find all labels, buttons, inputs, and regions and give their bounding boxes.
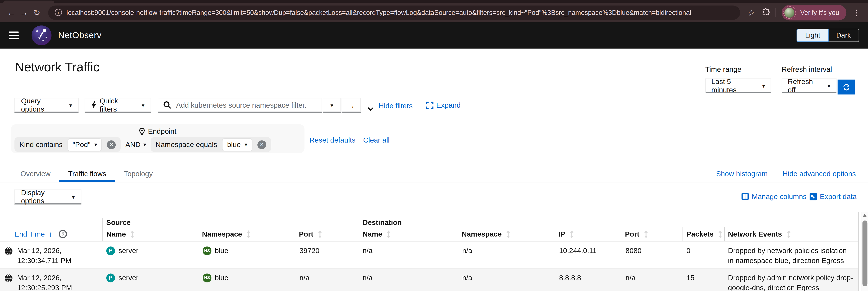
column-header-src-name[interactable]: Name	[102, 227, 199, 241]
refresh-interval-label: Refresh interval	[782, 65, 836, 74]
tab-topology[interactable]: Topology	[115, 166, 162, 182]
sort-icon	[318, 230, 322, 238]
table-row[interactable]: Mar 12, 2026, 12:30:34.711 PM P server N…	[0, 242, 858, 268]
browser-active-tab[interactable]	[3, 1, 54, 3]
column-label: IP	[559, 230, 565, 238]
sort-ascending-icon: ↑	[49, 230, 52, 238]
flow-time: 12:30:25.293 PM	[17, 284, 72, 291]
column-label: Namespace	[202, 230, 242, 238]
refresh-interval-field: Refresh interval Refresh off ▾	[782, 65, 836, 94]
column-header-network-events[interactable]: Network Events	[724, 227, 859, 241]
manage-columns-link[interactable]: Manage columns	[741, 192, 807, 201]
show-histogram-link[interactable]: Show histogram	[716, 170, 768, 178]
chevron-down-icon: ▾	[142, 102, 145, 108]
address-bar[interactable]: i localhost:9001/console-netflow-traffic…	[48, 5, 740, 20]
hamburger-menu-icon[interactable]	[9, 31, 19, 39]
column-header-src-port[interactable]: Port	[296, 227, 359, 241]
advanced-options-link[interactable]: Hide advanced options	[783, 170, 856, 178]
toolbar-divider	[775, 8, 776, 17]
page-title: Network Traffic	[15, 60, 99, 75]
remove-filter-icon[interactable]: ×	[107, 140, 116, 149]
quick-filters-toggle[interactable]: Quick filters ▾	[85, 98, 151, 113]
chevron-down-icon: ▾	[69, 102, 72, 108]
chevron-down-icon: ▾	[762, 82, 765, 89]
screen: ← → ↻ i localhost:9001/console-netflow-t…	[0, 0, 868, 291]
hide-filters-link[interactable]: Hide filters	[379, 102, 413, 110]
filter-value-dropdown-button[interactable]: ▾	[323, 98, 341, 113]
filter-chip-label: Kind contains	[20, 140, 63, 149]
scrollbar-up-arrow-icon[interactable]	[863, 214, 867, 217]
tab-overview[interactable]: Overview	[12, 166, 59, 182]
vertical-scrollbar	[861, 212, 868, 291]
display-options-label: Display options	[21, 188, 65, 205]
filter-search-input[interactable]	[175, 100, 317, 110]
site-info-icon[interactable]: i	[55, 9, 62, 16]
column-header-dst-ip[interactable]: IP	[555, 227, 622, 241]
chevron-down-icon: ▾	[245, 142, 247, 148]
clear-all-link[interactable]: Clear all	[363, 136, 390, 144]
query-options-toggle[interactable]: Query options ▾	[14, 98, 79, 113]
dst-namespace-cell: n/a	[458, 242, 555, 268]
column-header-dst-port[interactable]: Port	[622, 227, 683, 241]
pod-badge-icon: P	[106, 274, 115, 282]
time-range-value: Last 5 minutes	[711, 77, 757, 94]
export-icon	[809, 192, 817, 200]
chevron-down-icon: ▾	[331, 102, 333, 108]
view-tabs: Overview Traffic flows Topology	[12, 166, 162, 182]
tab-traffic-flows[interactable]: Traffic flows	[59, 166, 115, 182]
reset-defaults-link[interactable]: Reset defaults	[309, 136, 355, 144]
search-icon	[163, 101, 171, 109]
table-row[interactable]: Mar 12, 2026, 12:30:25.293 PM P server N…	[0, 268, 858, 291]
column-header-end-time[interactable]: End Time ↑ ?	[0, 227, 102, 241]
column-header-packets[interactable]: Packets	[683, 227, 724, 241]
refresh-interval-select[interactable]: Refresh off ▾	[782, 78, 836, 94]
group-header-source: Source	[102, 218, 359, 227]
profile-button[interactable]: Verify it's you	[781, 5, 846, 20]
filter-chip-value-select[interactable]: blue ▾	[223, 139, 252, 151]
filter-chip-value-select[interactable]: "Pod" ▾	[68, 139, 101, 151]
export-data-link[interactable]: Export data	[809, 192, 857, 201]
forward-icon[interactable]: →	[18, 8, 30, 17]
bookmark-star-icon[interactable]: ☆	[745, 7, 758, 17]
query-options-label: Query options	[21, 97, 64, 113]
apply-filter-button[interactable]: →	[342, 98, 361, 113]
arrow-right-icon: →	[347, 100, 355, 110]
columns-icon	[741, 193, 749, 200]
src-namespace: blue	[215, 273, 228, 283]
extensions-icon[interactable]	[762, 8, 770, 17]
dst-name-cell: n/a	[359, 268, 458, 291]
view-tabs-row: Overview Traffic flows Topology Show his…	[0, 166, 868, 182]
column-header-src-namespace[interactable]: Namespace	[199, 227, 296, 241]
column-header-dst-namespace[interactable]: Namespace	[458, 227, 555, 241]
reload-icon[interactable]: ↻	[30, 7, 43, 17]
refresh-now-button[interactable]	[838, 79, 855, 95]
filter-search-box	[158, 98, 322, 113]
sort-icon	[130, 230, 135, 238]
column-label: Name	[363, 230, 382, 238]
brand-title: NetObserv	[58, 30, 101, 40]
help-icon[interactable]: ?	[59, 230, 67, 238]
dst-name-cell: n/a	[359, 242, 458, 268]
profile-label: Verify it's you	[800, 8, 839, 16]
light-theme-button[interactable]: Light	[797, 29, 829, 42]
filter-chip-value: "Pod"	[72, 140, 91, 149]
flow-date: Mar 12, 2026,	[17, 247, 61, 255]
quick-filters-label: Quick filters	[100, 97, 136, 113]
expand-link[interactable]: Expand	[426, 101, 461, 110]
chevron-down-icon: ▾	[144, 142, 146, 148]
masthead: NetObserv Light Dark	[0, 22, 868, 48]
sort-icon	[570, 230, 574, 238]
back-icon[interactable]: ←	[5, 8, 18, 17]
remove-filter-icon[interactable]: ×	[257, 140, 266, 149]
filter-operator-toggle[interactable]: AND ▾	[125, 140, 146, 149]
time-range-select[interactable]: Last 5 minutes ▾	[705, 78, 771, 94]
scrollbar-thumb[interactable]	[862, 220, 867, 286]
browser-menu-icon[interactable]: ⋮	[850, 7, 863, 17]
refresh-interval-value: Refresh off	[788, 77, 822, 94]
collapse-filters-chevron-icon[interactable]	[368, 103, 374, 113]
network-events-cell: Dropped by network policies isolation in…	[724, 242, 859, 268]
dark-theme-button[interactable]: Dark	[828, 29, 859, 42]
column-header-dst-name[interactable]: Name	[359, 227, 458, 241]
filter-group-header: Endpoint	[11, 124, 304, 135]
display-options-toggle[interactable]: Display options ▾	[14, 189, 81, 204]
